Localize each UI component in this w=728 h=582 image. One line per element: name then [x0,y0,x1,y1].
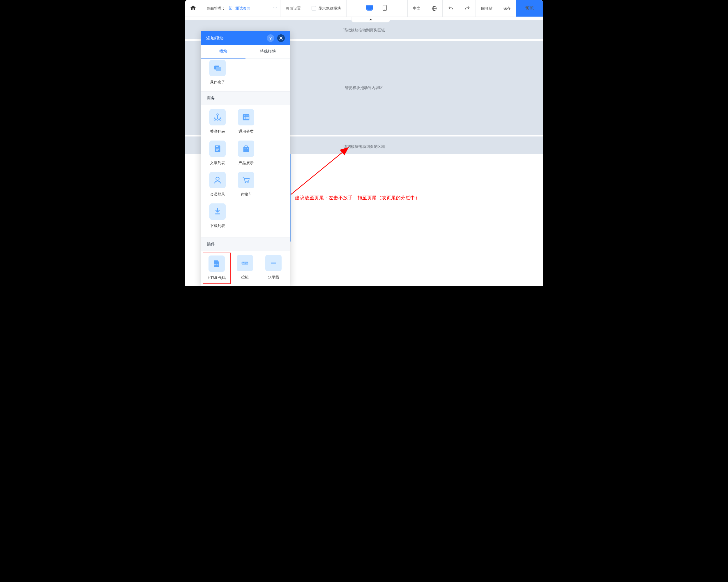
module-cart[interactable]: 购物车 [232,172,260,197]
svg-point-37 [248,182,249,183]
svg-point-34 [246,148,248,149]
download-icon [209,203,226,220]
button-icon: BUTTON [237,255,253,271]
svg-point-20 [219,119,221,120]
section-handle[interactable] [351,17,390,22]
module-category[interactable]: 通用分类 [232,109,260,134]
chevron-down-icon: ﹀ [273,6,277,11]
module-label: 下载列表 [210,223,225,228]
desktop-icon [366,5,373,11]
tree-icon [209,109,226,126]
page-select-value: 测试页面 [235,6,251,11]
page-select[interactable]: 测试页面 ﹀ [228,5,277,11]
add-module-panel: 添加模块 ? 模块 特殊模块 悬停盒子 商务 [201,31,290,286]
show-hidden-toggle[interactable]: 显示隐藏模块 [306,0,346,17]
globe-icon [431,5,437,11]
svg-rect-4 [366,5,373,9]
page-settings-button[interactable]: 页面设置 [280,0,306,17]
module-login[interactable]: 会员登录 [203,172,232,197]
document-icon [228,5,233,11]
drop-footer-label: 请把模块拖动到页尾区域 [343,144,385,149]
svg-rect-42 [271,263,276,264]
save-button[interactable]: 保存 [498,0,516,17]
home-button[interactable] [185,0,201,17]
svg-rect-27 [245,118,249,119]
svg-rect-16 [216,67,221,71]
svg-point-36 [244,182,246,183]
panel-title: 添加模块 [206,35,264,41]
svg-rect-32 [216,150,218,151]
redo-button[interactable] [459,0,476,17]
module-hoverbox[interactable]: 悬停盒子 [203,60,232,85]
drag-insert-marker [290,154,291,242]
svg-point-33 [244,148,245,149]
svg-point-8 [384,9,385,10]
svg-rect-31 [216,149,219,149]
svg-rect-38 [215,214,220,215]
preview-button[interactable]: 预览 [516,0,543,17]
svg-point-35 [216,177,219,181]
hoverbox-icon [209,60,226,76]
recycle-bin-button[interactable]: 回收站 [476,0,498,17]
list-icon [238,109,254,126]
hr-icon [265,255,282,271]
page-management[interactable]: 页面管理： 测试页面 ﹀ [201,0,280,17]
module-label: 按钮 [241,275,249,280]
svg-rect-25 [245,117,249,117]
svg-point-26 [244,118,245,119]
tab-special-modules[interactable]: 特殊模块 [245,45,290,58]
module-html-code[interactable]: HTML HTML代码 [203,253,231,284]
svg-point-18 [214,119,216,120]
svg-rect-23 [245,115,249,116]
language-button[interactable]: 中文 [408,0,426,17]
svg-rect-5 [368,9,371,10]
module-product[interactable]: 产品展示 [232,141,260,166]
preview-label: 预览 [525,5,534,11]
svg-point-17 [217,114,218,115]
mobile-preview-button[interactable] [381,5,388,12]
desktop-preview-button[interactable] [366,5,373,12]
checkbox-icon [312,6,316,10]
panel-tabs: 模块 特殊模块 [201,45,290,59]
panel-body[interactable]: 悬停盒子 商务 关联列表 通用分类 [201,59,290,286]
page-mgmt-label: 页面管理： [206,6,225,11]
cart-icon [238,172,254,188]
panel-header: 添加模块 ? [201,31,290,45]
module-label: 水平线 [268,275,279,280]
undo-icon [448,5,454,11]
globe-button[interactable] [426,0,443,17]
svg-text:HTML: HTML [214,264,219,266]
module-button[interactable]: BUTTON 按钮 [231,255,259,281]
home-icon [190,5,196,12]
svg-rect-30 [216,148,219,148]
tab-modules[interactable]: 模块 [201,45,245,58]
article-icon [209,141,226,157]
module-hr[interactable]: 水平线 [259,255,288,281]
module-label: 产品展示 [238,160,254,166]
mobile-icon [381,5,388,11]
undo-button[interactable] [443,0,459,17]
page-settings-label: 页面设置 [286,6,301,11]
section-plugins: 插件 [201,237,290,251]
module-label: 通用分类 [238,129,254,134]
close-button[interactable] [277,34,285,42]
module-label: 关联列表 [210,129,225,134]
app-window: 页面管理： 测试页面 ﹀ 页面设置 显示隐藏模块 [185,0,543,286]
svg-rect-6 [367,10,372,11]
module-label: 文章列表 [210,160,225,166]
module-label: 悬停盒子 [210,80,225,85]
svg-point-19 [217,119,218,120]
drop-content-label: 请把模块拖动到内容区 [345,85,383,90]
help-button[interactable]: ? [267,34,274,42]
html-file-icon: HTML [208,255,225,272]
redo-icon [465,5,470,11]
bag-icon [238,141,254,157]
module-article-list[interactable]: 文章列表 [203,141,232,166]
module-download[interactable]: 下载列表 [203,203,232,228]
module-label: HTML代码 [208,275,225,280]
show-hidden-label: 显示隐藏模块 [318,6,341,11]
module-related-list[interactable]: 关联列表 [203,109,232,134]
module-label: 会员登录 [210,192,225,197]
module-label: 购物车 [240,192,252,197]
top-toolbar: 页面管理： 测试页面 ﹀ 页面设置 显示隐藏模块 [185,0,543,17]
